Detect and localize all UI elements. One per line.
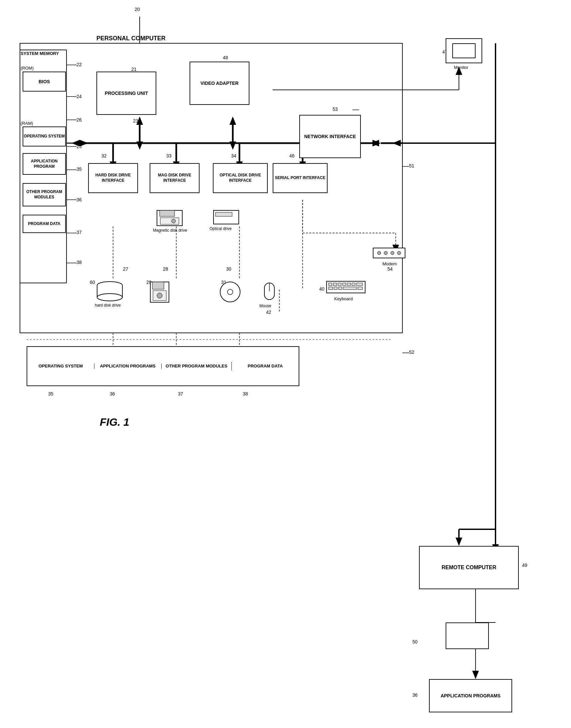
number-24: 24 xyxy=(77,94,82,99)
number-51: 51 xyxy=(409,163,414,168)
number-38-top: 38 xyxy=(77,260,82,265)
number-53: 53 xyxy=(333,106,338,112)
svg-rect-104 xyxy=(343,283,346,286)
program-data-bottom-cell: PROGRAM DATA xyxy=(232,364,299,369)
svg-marker-13 xyxy=(229,116,236,125)
svg-rect-107 xyxy=(356,283,362,286)
number-23: 23 xyxy=(133,118,138,123)
svg-rect-86 xyxy=(152,282,164,289)
processing-unit-box: PROCESSING UNIT xyxy=(96,72,156,115)
number-25: 25 xyxy=(77,144,82,149)
number-49: 49 xyxy=(522,562,528,568)
svg-point-84 xyxy=(172,219,176,223)
number-30: 30 xyxy=(226,266,231,272)
number-36-bot: 36 xyxy=(110,391,115,396)
hard-disk-interface-box: HARD DISK DRIVE INTERFACE xyxy=(88,163,138,193)
svg-point-96 xyxy=(377,251,381,255)
program-data-box-top: PROGRAM DATA xyxy=(23,215,66,233)
hard-disk-drive-label: hard disk drive xyxy=(95,303,121,307)
network-interface-box: NETWORK INTERFACE xyxy=(299,115,361,158)
number-60: 60 xyxy=(90,280,95,285)
optical-drive-label: Optical drive xyxy=(210,226,232,231)
number-28: 28 xyxy=(163,266,168,272)
number-50: 50 xyxy=(413,639,418,644)
other-modules-box-top: OTHER PROGRAM MODULES xyxy=(23,183,66,206)
number-35-bot: 35 xyxy=(48,391,53,396)
number-20: 20 xyxy=(135,7,140,12)
svg-marker-11 xyxy=(136,142,143,150)
os-box-top: OPERATING SYSTEM xyxy=(23,126,66,147)
keyboard-label: Keyboard xyxy=(334,296,353,301)
video-adapter-box: VIDEO ADAPTER xyxy=(190,62,249,105)
number-37-bot: 37 xyxy=(178,391,183,396)
personal-computer-label: PERSONAL COMPUTER xyxy=(96,35,165,42)
svg-marker-36 xyxy=(371,140,379,147)
app-programs-bottom-box: APPLICATION PROGRAMS xyxy=(429,679,512,712)
number-22: 22 xyxy=(77,62,82,67)
svg-rect-105 xyxy=(347,283,350,286)
number-37-top: 37 xyxy=(77,230,82,235)
number-52: 52 xyxy=(409,350,414,355)
svg-rect-101 xyxy=(329,283,332,286)
mag-disk-icon xyxy=(156,210,183,226)
number-35-top: 35 xyxy=(77,166,82,172)
floppy-disk-icon xyxy=(150,281,169,303)
bios-box: BIOS xyxy=(23,72,66,92)
number-36-remote: 36 xyxy=(413,693,418,698)
svg-marker-8 xyxy=(372,140,381,147)
number-27: 27 xyxy=(123,266,128,272)
rom-label: (ROM) xyxy=(21,66,33,71)
svg-marker-54 xyxy=(472,671,479,679)
svg-point-80 xyxy=(97,294,122,301)
modem-icon xyxy=(372,246,406,260)
magnetic-disk-drive-label: Magnetic disk drive xyxy=(153,228,187,233)
remote-computer-box: REMOTE COMPUTER xyxy=(419,546,519,589)
svg-marker-48 xyxy=(456,538,462,546)
svg-point-98 xyxy=(391,251,394,255)
svg-rect-90 xyxy=(216,212,232,216)
optical-disc-icon xyxy=(220,281,241,303)
svg-rect-83 xyxy=(160,218,179,224)
number-40: 40 xyxy=(319,286,325,292)
optical-drive-icon xyxy=(213,210,239,225)
fig-label: FIG. 1 xyxy=(100,416,129,429)
app-program-box-top: APPLICATION PROGRAM xyxy=(23,153,66,175)
mag-disk-interface-box: MAG DISK DRIVE INTERFACE xyxy=(150,163,200,193)
number-26: 26 xyxy=(77,117,82,122)
svg-point-92 xyxy=(227,289,233,295)
serial-port-interface-box: SERIAL PORT INTERFACE xyxy=(273,163,328,193)
svg-marker-14 xyxy=(229,142,236,150)
svg-rect-82 xyxy=(159,210,175,216)
number-54: 54 xyxy=(387,266,393,272)
svg-point-99 xyxy=(397,251,401,255)
svg-rect-111 xyxy=(343,287,356,290)
number-48: 48 xyxy=(223,55,228,60)
monitor-icon xyxy=(446,38,482,63)
mouse-label: Mouse xyxy=(259,303,271,308)
monitor-label: Monitor xyxy=(454,65,468,70)
ram-label: (RAM) xyxy=(21,121,33,126)
svg-rect-106 xyxy=(352,283,355,286)
box-50 xyxy=(446,623,489,649)
mouse-icon xyxy=(263,281,276,301)
number-33: 33 xyxy=(166,153,172,159)
number-46: 46 xyxy=(289,153,295,159)
system-memory-label: SYSTEM MEMORY xyxy=(21,51,64,56)
number-21: 21 xyxy=(131,67,137,72)
number-36-top: 36 xyxy=(77,197,82,202)
svg-rect-102 xyxy=(333,283,337,286)
number-34: 34 xyxy=(231,153,236,159)
modem-label: Modem xyxy=(382,261,397,266)
other-modules-bottom-cell: OTHER PROGRAM MODULES xyxy=(161,362,232,371)
bottom-storage-box: OPERATING SYSTEM APPLICATION PROGRAMS OT… xyxy=(27,346,299,386)
svg-rect-110 xyxy=(339,287,342,290)
number-38-bot: 38 xyxy=(243,391,248,396)
optical-disk-interface-box: OPTICAL DISK DRIVE INTERFACE xyxy=(213,163,268,193)
number-32: 32 xyxy=(101,153,107,159)
svg-point-88 xyxy=(157,293,162,298)
number-42: 42 xyxy=(266,309,271,315)
svg-point-97 xyxy=(384,251,387,255)
svg-rect-108 xyxy=(329,287,333,290)
hard-disk-icon xyxy=(96,281,123,301)
app-programs-bottom-cell: APPLICATION PROGRAMS xyxy=(95,364,161,369)
